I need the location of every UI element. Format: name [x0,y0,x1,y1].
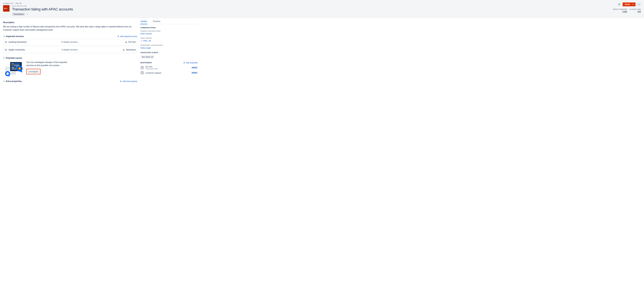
svg-point-7 [126,42,127,42]
avatar [140,71,144,75]
service-card[interactable]: banking-transaction 5 related services 5… [3,39,137,45]
breadcrumb-root[interactable]: Incident List [3,2,13,5]
extra-properties-toggle[interactable]: Extra properties [3,80,22,82]
icc-label: Incident command center [140,30,198,32]
priority-badge[interactable]: P1 [3,5,10,12]
svg-rect-21 [12,65,13,65]
add-extra-property-label: Add extra property [122,80,137,82]
svg-rect-36 [142,40,142,41]
svg-rect-10 [6,50,7,50]
plus-icon [120,80,122,82]
svg-point-37 [142,67,142,67]
breadcrumb-separator: / [14,2,14,5]
responder-info: Customer Support [146,72,161,74]
service-related: 5 related services [62,41,125,43]
svg-rect-20 [15,64,20,64]
header-stats: IMPACT DURATION 15M ELAPSED TIME 2M [613,9,641,13]
svg-point-6 [126,41,126,42]
header-actions: OPEN [617,2,641,7]
impact-duration-stat: IMPACT DURATION 15M [613,9,627,13]
icc-link[interactable]: Enter session [140,33,198,35]
svg-point-12 [124,49,124,50]
responders-section: RESPONDERS Add responder 50 Cent Respond… [140,62,198,75]
service-name: ledger-monitoring [5,49,62,51]
status-label: OPEN [625,3,630,6]
add-extra-property-link[interactable]: Add extra property [120,80,137,82]
timestamp: Jun 3, 2020 9:41 PM [12,5,73,7]
team-icon [125,41,128,43]
svg-rect-8 [5,49,6,49]
responder-name: Customer Support [146,72,161,74]
responders-heading: RESPONDERS [140,62,152,64]
tag[interactable]: Transactions [12,13,25,16]
svg-point-0 [638,4,638,5]
chevron-down-icon [3,57,5,59]
incident-title: Transaction failing with APAC accounts [12,7,73,11]
slack-link-text: #INC_46 [143,40,151,42]
dots-icon [638,3,640,6]
investigate-illustration [3,61,24,76]
svg-rect-19 [12,64,14,64]
svg-point-1 [639,4,639,5]
status-button[interactable]: OPEN [622,3,636,6]
header-right: OPEN IMPACT DURATION 15M ELAPSED TIME 2M [613,2,641,13]
responder-row[interactable]: Customer Support AWARE [140,71,198,75]
svg-rect-25 [12,67,14,68]
extra-properties-row: Extra properties Add extra property [3,80,137,82]
communications-heading: COMMUNICATIONS [140,27,198,29]
responder-info: 50 Cent Responder team [146,66,158,70]
breadcrumb-current[interactable]: INC-46 [16,2,22,5]
breadcrumb: Incident List / INC-46 [3,2,613,5]
tag-row: Transactions + [12,13,73,16]
service-related: 3 related services [62,49,122,51]
service-card[interactable]: ledger-monitoring 3 related services Ale… [3,47,137,53]
svg-point-39 [142,72,142,73]
potential-causes-toggle[interactable]: Potential causes [3,57,137,59]
service-name-text: banking-transaction [9,41,27,43]
tab-timeline[interactable]: Timeline [152,20,160,24]
svg-rect-4 [5,43,6,43]
more-actions-button[interactable] [637,2,641,7]
stakeholder-label: Stakeholder communication [140,44,198,46]
elapsed-time-stat: ELAPSED TIME 2M [630,9,641,13]
description-heading: Description [3,21,137,24]
responder-row[interactable]: 50 Cent Responder team AWARE [140,66,198,70]
impacted-toggle[interactable]: Impacted services [3,35,24,38]
avatar [140,66,144,69]
add-impacted-service-link[interactable]: Add impacted service [117,35,137,37]
description-body: We are seeing a high number of failures … [3,25,137,32]
slack-link[interactable]: #INC_46 [140,40,198,42]
svg-point-38 [142,67,143,67]
chevron-down-icon [3,35,5,37]
aware-badge: AWARE [191,72,198,74]
investigate-button[interactable]: Investigate [27,69,40,74]
chevron-right-icon [3,80,5,82]
add-responder-link[interactable]: Add responder [183,62,198,64]
alerts-heading: ASSOCIATED ALERTS [140,52,198,54]
svg-rect-22 [14,65,20,65]
team-icon [141,67,143,69]
title-column: Jun 3, 2020 9:41 PM Transaction failing … [12,5,73,16]
team-icon [141,72,143,74]
impacted-heading: Impacted services [6,35,24,38]
elapsed-time-label: ELAPSED TIME [630,9,641,10]
refresh-button[interactable] [617,2,621,7]
responder-name: 50 Cent [146,66,158,68]
impacted-header-row: Impacted services Add impacted service [3,35,137,38]
stakeholder-link[interactable]: Status page [140,47,198,49]
svg-rect-35 [141,41,142,42]
see-alerts-chip[interactable]: See alerts (2) [140,55,154,59]
add-tag-button[interactable]: + [26,13,28,15]
plus-icon [183,62,185,64]
sidebar-tabs: Details Timeline [140,20,198,24]
svg-rect-3 [5,41,6,42]
service-owner-text: 50 Cent [128,41,136,43]
service-owner-text: Alextrasza [126,49,136,51]
aware-badge: AWARE [191,66,198,69]
svg-rect-5 [6,42,7,42]
alerts-section: ASSOCIATED ALERTS See alerts (2) [140,52,198,59]
potential-causes-heading: Potential causes [6,57,22,59]
tab-details[interactable]: Details [140,20,147,24]
service-icon [5,49,7,51]
svg-point-40 [142,72,143,73]
